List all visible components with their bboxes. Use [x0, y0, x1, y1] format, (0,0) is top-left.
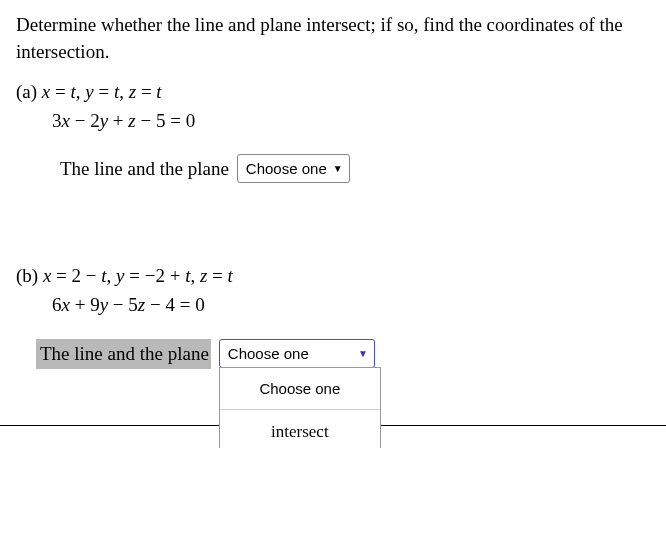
part-a-answer-line: The line and the plane Choose one ▼	[60, 154, 650, 183]
part-b-plane-eq: 6x + 9y − 5z − 4 = 0	[52, 292, 650, 319]
part-a-plane-eq: 3x − 2y + z − 5 = 0	[52, 108, 650, 135]
part-b-line-eq: (b) x = 2 − t, y = −2 + t, z = t	[16, 263, 650, 290]
part-a-select[interactable]: Choose one ▼	[237, 154, 350, 183]
part-a-select-value: Choose one	[246, 158, 327, 179]
part-a-answer-prefix: The line and the plane	[60, 156, 229, 183]
part-a-label: (a)	[16, 81, 37, 102]
part-b-dropdown-menu: Choose one intersect do not intersect	[219, 367, 381, 447]
dropdown-option-intersect[interactable]: intersect	[220, 410, 380, 447]
part-b-answer-line: The line and the plane Choose one ▼ Choo…	[36, 339, 650, 370]
part-b-select-value: Choose one	[228, 343, 309, 364]
question-prompt: Determine whether the line and plane int…	[16, 12, 650, 65]
chevron-down-icon: ▼	[358, 347, 368, 361]
chevron-down-icon: ▼	[333, 162, 343, 176]
part-b-select[interactable]: Choose one ▼	[219, 339, 375, 368]
part-b-answer-prefix: The line and the plane	[36, 339, 211, 370]
part-b: (b) x = 2 − t, y = −2 + t, z = t 6x + 9y…	[16, 263, 650, 369]
dropdown-option-placeholder[interactable]: Choose one	[220, 368, 380, 410]
part-b-label: (b)	[16, 265, 38, 286]
part-a: (a) x = t, y = t, z = t 3x − 2y + z − 5 …	[16, 79, 650, 183]
part-a-line-eq: (a) x = t, y = t, z = t	[16, 79, 650, 106]
